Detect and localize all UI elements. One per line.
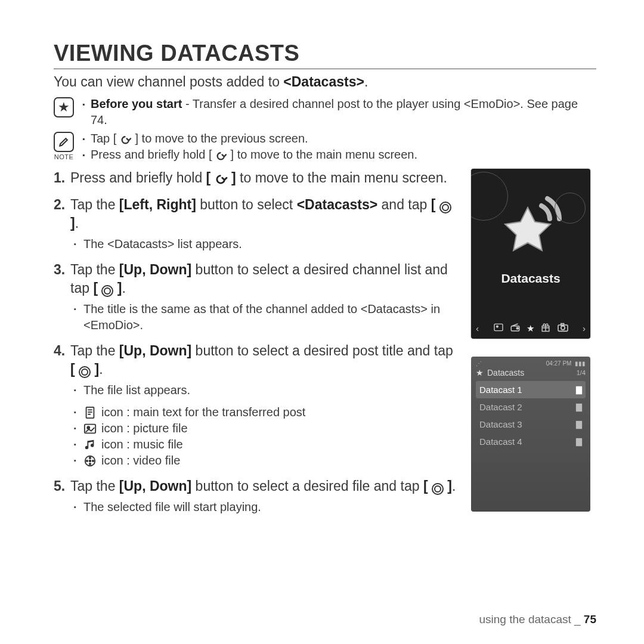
step-5-sub: The selected file will start playing.	[74, 499, 457, 515]
svg-point-6	[86, 460, 88, 462]
note-pencil-icon	[54, 132, 74, 152]
list-item[interactable]: Datacast 2▇	[476, 398, 586, 416]
step-4: 4. Tap the [Up, Down] button to select a…	[54, 342, 457, 469]
intro-text: You can view channel posts added to <Dat…	[54, 74, 596, 90]
device-preview-main: Datacasts ‹ ★ ›	[471, 169, 590, 339]
icon-legend-picture: icon : picture file	[74, 420, 457, 436]
icon-legend-music: icon : music file	[74, 436, 457, 453]
text-file-icon	[83, 406, 97, 419]
svg-point-4	[89, 457, 91, 459]
list-item[interactable]: Datacast 4▇	[476, 433, 586, 450]
note-line-1: Tap [ ] to move to the previous screen.	[82, 131, 417, 147]
star-icon: ★	[54, 97, 74, 117]
back-icon	[120, 135, 132, 144]
music-file-icon	[83, 438, 97, 451]
svg-point-15	[561, 326, 564, 330]
gift-nav-icon	[540, 323, 551, 334]
star-nav-icon: ★	[527, 323, 534, 334]
device-preview-list: ⋰ 04:27 PM ▮▮▮ ★ Datacasts 1/4 Datacast …	[471, 357, 590, 512]
icon-legend-video: icon : video file	[74, 453, 457, 469]
list-item[interactable]: Datacast 1▇	[476, 381, 586, 398]
step-3-sub: The title is the same as that of the cha…	[74, 301, 457, 333]
picture-file-icon	[83, 422, 97, 435]
before-you-start: ★ Before you start - Transfer a desired …	[54, 96, 596, 128]
icon-legend-text: icon : main text for the transferred pos…	[74, 404, 457, 420]
step-2-sub: The <Datacasts> list appears.	[74, 236, 457, 252]
chevron-right-icon: ›	[583, 323, 586, 333]
device-main-label: Datacasts	[471, 271, 590, 286]
star-small-icon: ★	[476, 368, 484, 377]
video-file-icon	[83, 454, 97, 467]
before-start-line: Before you start - Transfer a desired ch…	[82, 96, 596, 128]
step-1: 1. Press and briefly hold [ ] to move to…	[54, 169, 457, 187]
svg-point-10	[496, 326, 498, 327]
svg-point-2	[87, 426, 89, 429]
back-icon	[215, 174, 228, 184]
svg-point-7	[92, 460, 94, 462]
select-ring-icon	[439, 202, 451, 213]
list-item[interactable]: Datacast 3▇	[476, 416, 586, 433]
svg-rect-9	[494, 324, 503, 330]
svg-point-8	[89, 460, 91, 462]
step-4-sub: The file list appears.	[74, 382, 457, 398]
back-icon	[215, 151, 227, 160]
note-block: NOTE Tap [ ] to move to the previous scr…	[54, 131, 596, 163]
note-line-2: Press and briefly hold [ ] to move to th…	[82, 147, 417, 163]
note-label: NOTE	[54, 153, 74, 160]
folder-icon: ▇	[576, 402, 582, 411]
signal-icon: ⋰	[476, 360, 482, 367]
step-2: 2. Tap the [Left, Right] button to selec…	[54, 196, 457, 252]
svg-point-12	[516, 327, 518, 329]
page-footer: using the datacast _ 75	[479, 613, 596, 626]
camera-nav-icon	[557, 323, 569, 334]
step-5: 5. Tap the [Up, Down] button to select a…	[54, 477, 457, 515]
device-time: 04:27 PM	[546, 360, 572, 367]
datacasts-star-icon	[495, 187, 566, 258]
svg-point-5	[89, 463, 91, 465]
select-ring-icon	[101, 285, 113, 297]
select-ring-icon	[79, 366, 91, 378]
chevron-left-icon: ‹	[476, 323, 479, 333]
select-ring-icon	[432, 483, 444, 495]
folder-icon: ▇	[576, 420, 582, 429]
page-title: VIEWING DATACASTS	[54, 41, 596, 69]
radio-nav-icon	[510, 323, 521, 334]
svg-rect-16	[561, 324, 564, 326]
device-bottom-nav: ‹ ★ ›	[476, 323, 586, 334]
folder-icon: ▇	[576, 437, 582, 446]
folder-icon: ▇	[576, 385, 582, 394]
step-3: 3. Tap the [Up, Down] button to select a…	[54, 261, 457, 333]
picture-nav-icon	[493, 323, 504, 333]
